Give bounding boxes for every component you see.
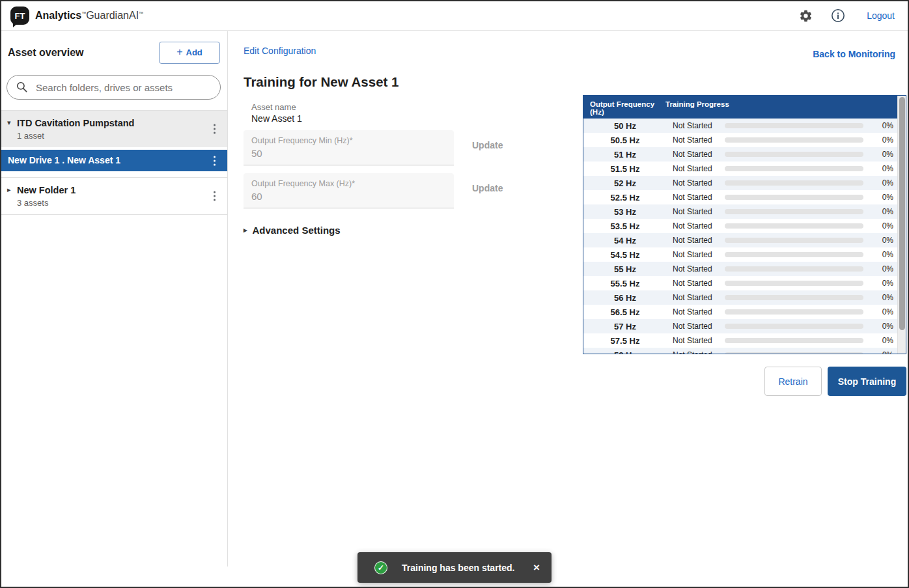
output-frequency-max-field[interactable]: Output Frequency Max (Hz)* 60 bbox=[244, 173, 454, 208]
progress-bar bbox=[725, 252, 863, 257]
page-title: Training for New Asset 1 bbox=[244, 74, 399, 90]
status-cell: Not Started bbox=[673, 264, 725, 273]
table-row: 54 Hz Not Started 0% bbox=[583, 233, 906, 247]
column-header-progress: Training Progress bbox=[665, 100, 729, 119]
table-row: 52 Hz Not Started 0% bbox=[583, 176, 906, 190]
update-max-button[interactable]: Update bbox=[472, 183, 503, 193]
brand-guardianai: GuardianAI bbox=[86, 10, 139, 21]
table-row: 50 Hz Not Started 0% bbox=[583, 119, 906, 133]
table-row: 56 Hz Not Started 0% bbox=[583, 290, 906, 305]
status-cell: Not Started bbox=[673, 178, 725, 188]
progress-bar bbox=[725, 166, 863, 171]
frequency-cell: 54 Hz bbox=[583, 236, 662, 245]
frequency-cell: 50 Hz bbox=[583, 121, 662, 131]
add-button-label: Add bbox=[186, 48, 203, 57]
status-cell: Not Started bbox=[673, 150, 725, 159]
toast-close-icon[interactable]: × bbox=[531, 561, 542, 574]
table-row: 52.5 Hz Not Started 0% bbox=[583, 190, 906, 204]
advanced-settings-toggle[interactable]: ▸ Advanced Settings bbox=[244, 225, 341, 236]
edit-configuration-link[interactable]: Edit Configuration bbox=[244, 46, 316, 56]
progress-bar bbox=[725, 209, 863, 214]
status-cell: Not Started bbox=[673, 293, 725, 302]
retrain-button[interactable]: Retrain bbox=[764, 367, 822, 396]
status-cell: Not Started bbox=[673, 221, 725, 231]
progress-percent: 0% bbox=[867, 221, 893, 231]
settings-gear-icon[interactable] bbox=[798, 8, 813, 23]
field-value: 50 bbox=[251, 148, 446, 159]
progress-bar bbox=[725, 137, 863, 143]
chevron-down-icon[interactable]: ▾ bbox=[7, 119, 11, 127]
plus-icon: + bbox=[176, 46, 182, 58]
sidebar-title: Asset overview bbox=[8, 47, 84, 59]
ft-logo: FT bbox=[10, 7, 29, 25]
add-asset-button[interactable]: + Add bbox=[159, 42, 220, 64]
status-cell: Not Started bbox=[673, 193, 725, 202]
kebab-menu-icon[interactable] bbox=[211, 122, 218, 137]
tree-item-new-folder-1[interactable]: ▸ New Folder 1 3 assets bbox=[1, 177, 227, 215]
header-actions: Logout bbox=[798, 8, 895, 23]
advanced-settings-label: Advanced Settings bbox=[253, 225, 341, 236]
table-row: 51.5 Hz Not Started 0% bbox=[583, 161, 906, 176]
update-min-button[interactable]: Update bbox=[472, 140, 503, 150]
status-cell: Not Started bbox=[673, 307, 725, 316]
table-row: 54.5 Hz Not Started 0% bbox=[583, 247, 906, 262]
table-header: Output Frequency (Hz) Training Progress bbox=[583, 96, 906, 119]
progress-bar bbox=[725, 309, 863, 315]
app-header: FT Analytics™GuardianAI™ Logout bbox=[1, 1, 908, 31]
table-row: 56.5 Hz Not Started 0% bbox=[583, 305, 906, 319]
search-input[interactable] bbox=[7, 75, 221, 100]
tree-item-label: New Folder 1 bbox=[17, 184, 201, 197]
progress-percent: 0% bbox=[867, 164, 893, 173]
kebab-menu-icon[interactable] bbox=[211, 189, 218, 204]
stop-training-button[interactable]: Stop Training bbox=[828, 367, 906, 396]
table-row: 51 Hz Not Started 0% bbox=[583, 147, 906, 161]
tree-item-new-drive-1-new-asset-1[interactable]: New Drive 1 . New Asset 1 bbox=[1, 150, 227, 171]
progress-bar bbox=[725, 338, 863, 343]
table-body: 50 Hz Not Started 0% 50.5 Hz Not Started bbox=[583, 119, 906, 354]
chevron-right-icon: ▸ bbox=[244, 226, 247, 234]
progress-bar bbox=[725, 324, 863, 329]
table-row: 57.5 Hz Not Started 0% bbox=[583, 333, 906, 348]
progress-percent: 0% bbox=[867, 135, 893, 145]
logout-link[interactable]: Logout bbox=[867, 10, 895, 21]
field-label: Output Frequency Max (Hz)* bbox=[251, 179, 446, 188]
table-row: 55.5 Hz Not Started 0% bbox=[583, 276, 906, 290]
table-row: 57 Hz Not Started 0% bbox=[583, 319, 906, 333]
tree-item-itd-cavitation-pumpstand[interactable]: ▾ ITD Cavitation Pumpstand 1 asset bbox=[1, 111, 227, 147]
field-label: Output Frequency Min (Hz)* bbox=[251, 136, 446, 145]
chevron-right-icon[interactable]: ▸ bbox=[7, 186, 11, 194]
table-scrollbar[interactable] bbox=[897, 96, 906, 354]
frequency-cell: 58 Hz bbox=[583, 350, 662, 355]
status-cell: Not Started bbox=[673, 135, 725, 145]
progress-percent: 0% bbox=[867, 322, 893, 331]
app-window: FT Analytics™GuardianAI™ Logout Asset ov… bbox=[0, 0, 909, 588]
table-row: 58 Hz Not Started 0% bbox=[583, 348, 906, 354]
search-container bbox=[7, 75, 221, 100]
output-frequency-min-field[interactable]: Output Frequency Min (Hz)* 50 bbox=[244, 130, 454, 165]
progress-percent: 0% bbox=[867, 178, 893, 188]
frequency-cell: 53 Hz bbox=[583, 207, 662, 217]
status-cell: Not Started bbox=[673, 207, 725, 216]
status-cell: Not Started bbox=[673, 250, 725, 259]
info-icon[interactable] bbox=[830, 8, 846, 23]
frequency-cell: 55.5 Hz bbox=[583, 279, 662, 288]
kebab-menu-icon[interactable] bbox=[211, 153, 218, 168]
brand-analytics: Analytics bbox=[35, 10, 81, 21]
table-row: 50.5 Hz Not Started 0% bbox=[583, 133, 906, 147]
frequency-cell: 56.5 Hz bbox=[583, 307, 662, 317]
back-to-monitoring-link[interactable]: Back to Monitoring bbox=[813, 49, 895, 59]
asset-name-value: New Asset 1 bbox=[251, 113, 302, 124]
progress-percent: 0% bbox=[867, 121, 893, 130]
frequency-cell: 55 Hz bbox=[583, 264, 662, 274]
tree-item-count: 3 assets bbox=[17, 198, 201, 208]
table-row: 55 Hz Not Started 0% bbox=[583, 262, 906, 276]
progress-bar bbox=[725, 180, 863, 186]
progress-percent: 0% bbox=[867, 193, 893, 202]
progress-percent: 0% bbox=[867, 264, 893, 273]
status-cell: Not Started bbox=[673, 279, 725, 288]
progress-bar bbox=[725, 295, 863, 300]
scrollbar-thumb[interactable] bbox=[899, 97, 905, 330]
progress-bar bbox=[725, 223, 863, 229]
sidebar-header: Asset overview + Add bbox=[1, 31, 227, 64]
success-check-icon: ✓ bbox=[374, 561, 387, 574]
